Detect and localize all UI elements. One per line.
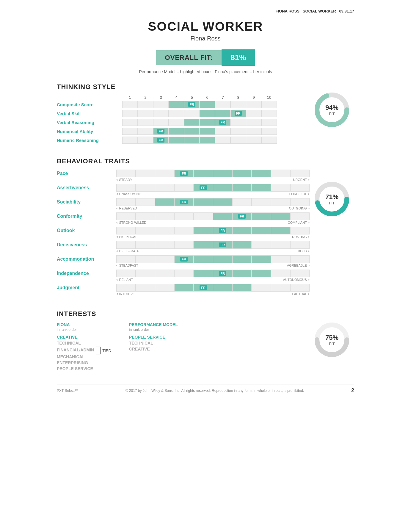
ts-content: THINKING STYLE 12345678910 Composite Sco…	[57, 83, 310, 145]
ts-bar-cell-8: FR	[230, 110, 246, 117]
bt-scale-labels: < RESERVEDOUTGOING >	[116, 206, 310, 210]
ts-bar-cell-4	[169, 128, 184, 135]
bt-bar-cell-4	[174, 227, 194, 234]
ts-row-numerical-ability: Numerical AbilityFR	[57, 128, 310, 135]
tied-label: TIED	[102, 348, 111, 353]
bt-bar-cell-9	[271, 212, 290, 220]
overall-fit-value: 81%	[222, 49, 255, 66]
bt-bar-cell-6	[213, 284, 232, 292]
bt-group-accommodation: AccommodationFR< STEADFASTAGREEABLE >	[57, 255, 310, 267]
meta-date: 03.31.17	[339, 9, 354, 13]
bt-fr-marker: FR	[180, 200, 188, 204]
bt-bar-cell-10	[290, 284, 310, 292]
bt-bar-cell-8	[252, 241, 271, 249]
bt-bar-cell-9	[271, 198, 290, 206]
ts-bar-cell-3: FR	[153, 137, 169, 144]
bt-right-label: TRUSTING >	[290, 235, 310, 239]
bt-label: Sociability	[57, 199, 116, 205]
ts-bar-cell-4	[169, 110, 184, 117]
ts-bar-cell-10	[261, 110, 277, 117]
bt-group-conformity: ConformityFR< STRONG-WILLEDCOMPLIANT >	[57, 212, 310, 224]
bt-label: Decisiveness	[57, 242, 116, 248]
bt-bar-cell-2	[136, 170, 155, 177]
footer-trademark: PXT Select™	[57, 389, 78, 393]
bt-bar-cell-7	[232, 270, 252, 277]
ts-label: Numeric Reasoning	[57, 138, 122, 143]
bt-bar-cell-2	[136, 255, 155, 263]
bt-left-label: < UNASSUMING	[116, 192, 141, 196]
bt-scale-labels: < UNASSUMINGFORCEFUL >	[116, 192, 310, 196]
bt-bar-cell-10	[290, 212, 310, 220]
ts-bar-cell-4	[169, 101, 184, 108]
bt-donut-fit: FIT	[325, 201, 338, 205]
ts-bar-cell-8	[230, 119, 246, 126]
bt-fr-marker: FR	[180, 171, 188, 176]
interests-donut: 75% FIT	[310, 322, 354, 358]
behavioral-traits-title: BEHAVIORAL TRAITS	[57, 157, 310, 165]
bt-left-label: < RESERVED	[116, 206, 137, 210]
interests-donut-pct: 75%	[325, 334, 338, 342]
fr-marker: FR	[157, 129, 165, 134]
bt-right-label: OUTGOING >	[289, 206, 310, 210]
ts-bar-cell-9	[246, 110, 261, 117]
bt-bar-cell-3	[155, 212, 174, 220]
bt-bar-cell-6: FR	[213, 241, 232, 249]
interests-fiona-col: FIONA in rank order CREATIVETECHNICALFIN…	[57, 322, 111, 372]
bt-bar-cell-5	[194, 255, 213, 263]
ts-bar-cell-8	[230, 128, 246, 135]
ts-donut-fit: FIT	[325, 112, 338, 116]
interests-donut-wrap: 75% FIT	[314, 322, 350, 358]
ts-bar-cell-10	[261, 128, 277, 135]
ts-row-verbal-reasoning: Verbal ReasoningFR	[57, 119, 310, 126]
ts-bar-cell-1	[122, 119, 138, 126]
interests-section: INTERESTS FIONA in rank order CREATIVETE…	[57, 310, 354, 372]
ts-label: Verbal Skill	[57, 111, 122, 116]
bt-right-label: COMPLIANT >	[288, 221, 310, 224]
bt-bar-cell-4	[174, 184, 194, 192]
bt-bar-cell-5: FR	[194, 284, 213, 292]
bt-bar-cell-3	[155, 270, 174, 277]
bt-bar-cell-3	[155, 198, 174, 206]
ts-label: Numerical Ability	[57, 129, 122, 134]
ts-bar-cell-1	[122, 110, 138, 117]
bt-label: Judgment	[57, 285, 116, 290]
bt-bar-cell-7	[232, 170, 252, 177]
bt-bar-cell-5	[194, 198, 213, 206]
bt-bar-cell-4: FR	[174, 255, 194, 263]
bt-group-judgment: JudgmentFR< INTUITIVEFACTUAL >	[57, 284, 310, 296]
bt-bar-cell-2	[136, 284, 155, 292]
bt-scale-labels: < SKEPTICALTRUSTING >	[116, 235, 310, 239]
page-subtitle: Fiona Ross	[57, 35, 354, 42]
scale-num-4: 4	[169, 95, 184, 100]
footer-page-num: 2	[351, 387, 354, 394]
bt-bar-cell-6	[213, 198, 232, 206]
interests-model-item-1: TECHNICAL	[129, 341, 178, 345]
header-meta: FIONA ROSS SOCIAL WORKER 03.31.17	[57, 9, 354, 13]
ts-row-numeric-reasoning: Numeric ReasoningFR	[57, 137, 310, 144]
bt-scale-labels: < STEADFASTAGREEABLE >	[116, 264, 310, 267]
fr-marker: FR	[157, 138, 165, 143]
ts-bar-cell-4	[169, 119, 184, 126]
bt-label: Assertiveness	[57, 185, 116, 190]
scale-num-1: 1	[122, 95, 138, 100]
bt-donut: 71% FIT	[310, 181, 354, 217]
bt-bars: FR	[116, 255, 310, 263]
thinking-style-title: THINKING STYLE	[57, 83, 310, 91]
bt-left-label: < STRONG-WILLED	[116, 221, 146, 224]
ts-bar-cell-1	[122, 137, 138, 144]
bt-bar-cell-10	[290, 241, 310, 249]
bt-scale-labels: < INTUITIVEFACTUAL >	[116, 292, 310, 296]
bt-bar-cell-9	[271, 270, 290, 277]
bt-donut-center: 71% FIT	[325, 193, 338, 205]
bt-bar-cell-6: FR	[213, 227, 232, 234]
bt-left-label: < DELIBERATE	[116, 249, 139, 253]
performance-note: Performance Model = highlighted boxes; F…	[57, 69, 354, 74]
bt-group-assertiveness: AssertivenessFR< UNASSUMINGFORCEFUL >	[57, 184, 310, 196]
bt-bar-cell-5	[194, 212, 213, 220]
scale-num-8: 8	[230, 95, 246, 100]
bt-group-outlook: OutlookFR< SKEPTICALTRUSTING >	[57, 227, 310, 239]
ts-bar-cell-2	[138, 101, 153, 108]
bt-left-label: < STEADFAST	[116, 264, 138, 267]
behavioral-section: BEHAVIORAL TRAITS PaceFR< STEADYURGENT >…	[57, 157, 354, 298]
scale-num-3: 3	[153, 95, 169, 100]
